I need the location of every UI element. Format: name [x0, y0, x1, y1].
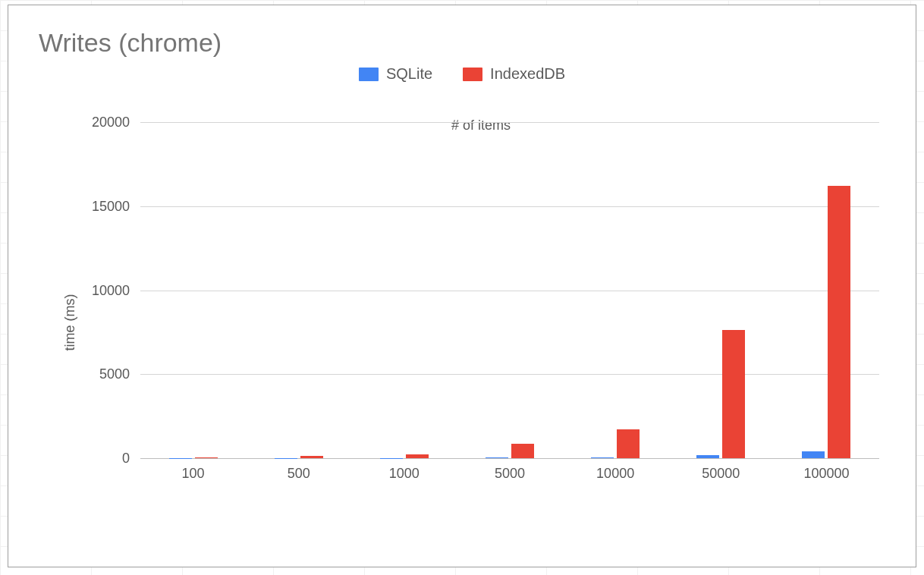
bar-sqlite [486, 457, 508, 458]
bar-indexeddb [406, 454, 429, 458]
x-tick-label: 100 [182, 466, 205, 482]
chart-card: Writes (chrome) SQLite IndexedDB time (m… [8, 5, 916, 567]
y-tick-label: 20000 [92, 115, 140, 130]
y-tick-label: 5000 [99, 366, 140, 382]
bar-group [486, 122, 534, 458]
y-axis-label: time (ms) [62, 294, 78, 351]
bar-indexeddb [617, 429, 640, 458]
bar-group [591, 122, 640, 458]
bar-indexeddb [511, 444, 534, 458]
legend-swatch-sqlite [359, 68, 379, 81]
y-tick-label: 0 [122, 451, 140, 467]
bar-indexeddb [828, 186, 850, 458]
legend-item-indexeddb: IndexedDB [463, 65, 565, 83]
bar-group [802, 122, 850, 458]
x-tick-label: 10000 [596, 466, 634, 482]
legend: SQLite IndexedDB [30, 65, 894, 83]
bar-indexeddb [722, 330, 745, 458]
bar-sqlite [802, 451, 825, 458]
plot-area: 0500010000150002000010050010005000100005… [140, 122, 879, 459]
bar-indexeddb [195, 457, 218, 458]
bar-group [169, 122, 218, 458]
plot-wrap: time (ms) 050001000015000200001005001000… [75, 118, 887, 527]
bar-indexeddb [300, 456, 323, 458]
x-tick-label: 5000 [495, 466, 525, 482]
bar-sqlite [696, 455, 719, 458]
legend-label-indexeddb: IndexedDB [490, 65, 565, 83]
legend-swatch-indexeddb [463, 68, 482, 81]
y-tick-label: 15000 [92, 198, 140, 214]
legend-item-sqlite: SQLite [359, 65, 432, 83]
bar-sqlite [591, 457, 614, 458]
x-tick-label: 50000 [702, 466, 740, 482]
x-tick-label: 500 [288, 466, 310, 482]
bar-group [380, 122, 429, 458]
legend-label-sqlite: SQLite [386, 65, 432, 83]
x-tick-label: 1000 [389, 466, 420, 482]
x-tick-label: 100000 [803, 466, 849, 482]
bar-group [275, 122, 323, 458]
bar-group [696, 122, 745, 458]
y-tick-label: 10000 [92, 282, 140, 298]
chart-title: Writes (chrome) [39, 28, 894, 58]
